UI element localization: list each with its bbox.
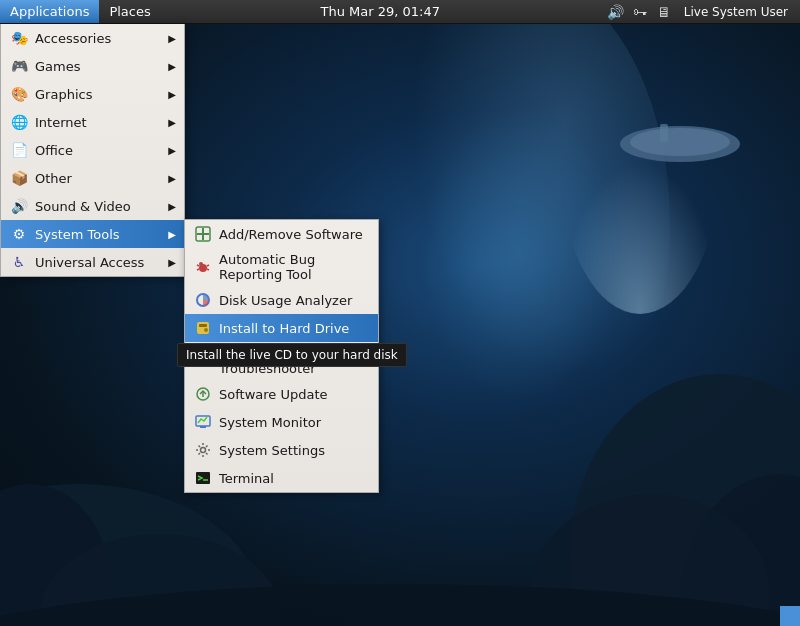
- svg-point-0: [0, 484, 260, 626]
- menu-item-graphics[interactable]: 🎨 Graphics ▶: [1, 80, 184, 108]
- submenu-system-monitor[interactable]: System Monitor: [185, 408, 378, 436]
- submenu-system-settings[interactable]: System Settings: [185, 436, 378, 464]
- svg-point-31: [201, 448, 206, 453]
- system-tools-label: System Tools: [35, 227, 164, 242]
- keyring-tray-icon[interactable]: 🗝: [632, 4, 648, 20]
- applications-label: Applications: [10, 4, 89, 19]
- svg-point-9: [630, 128, 730, 156]
- svg-line-17: [197, 265, 199, 266]
- menu-item-office[interactable]: 📄 Office ▶: [1, 136, 184, 164]
- taskbar: Applications Places Thu Mar 29, 01:47 🔊 …: [0, 0, 800, 24]
- office-label: Office: [35, 143, 164, 158]
- add-remove-icon: [193, 224, 213, 244]
- universal-access-icon: ♿: [9, 252, 29, 272]
- system-monitor-label: System Monitor: [219, 415, 370, 430]
- network-tray-icon[interactable]: 🖥: [656, 4, 672, 20]
- accessories-arrow: ▶: [168, 33, 176, 44]
- svg-line-19: [197, 269, 199, 270]
- sound-label: Sound & Video: [35, 199, 164, 214]
- tooltip-text: Install the live CD to your hard disk: [186, 348, 398, 362]
- taskbar-right: 🔊 🗝 🖥 Live System User: [600, 4, 800, 20]
- submenu-software-update[interactable]: Software Update: [185, 380, 378, 408]
- bg-glow: [420, 104, 620, 404]
- graphics-label: Graphics: [35, 87, 164, 102]
- taskbar-clock: Thu Mar 29, 01:47: [161, 4, 600, 19]
- svg-rect-10: [660, 124, 668, 142]
- accessories-label: Accessories: [35, 31, 164, 46]
- other-arrow: ▶: [168, 173, 176, 184]
- main-menu: 🎭 Accessories ▶ 🎮 Games ▶ 🎨 Graphics ▶ 🌐…: [0, 24, 185, 277]
- internet-arrow: ▶: [168, 117, 176, 128]
- universal-access-label: Universal Access: [35, 255, 164, 270]
- svg-line-20: [207, 269, 209, 270]
- other-icon: 📦: [9, 168, 29, 188]
- submenu-terminal[interactable]: Terminal: [185, 464, 378, 492]
- svg-rect-23: [199, 324, 207, 327]
- svg-point-6: [0, 584, 800, 626]
- corner-indicator: [780, 606, 800, 626]
- submenu-bug-reporting[interactable]: Automatic Bug Reporting Tool: [185, 248, 378, 286]
- menu-item-sound-video[interactable]: 🔊 Sound & Video ▶: [1, 192, 184, 220]
- system-monitor-icon: [193, 412, 213, 432]
- software-update-icon: [193, 384, 213, 404]
- install-tooltip: Install the live CD to your hard disk: [177, 343, 407, 367]
- system-settings-label: System Settings: [219, 443, 370, 458]
- svg-point-3: [570, 374, 800, 626]
- datetime-label: Thu Mar 29, 01:47: [321, 4, 440, 19]
- add-remove-label: Add/Remove Software: [219, 227, 370, 242]
- svg-point-2: [40, 534, 280, 626]
- menu-item-internet[interactable]: 🌐 Internet ▶: [1, 108, 184, 136]
- applications-dropdown: 🎭 Accessories ▶ 🎮 Games ▶ 🎨 Graphics ▶ 🌐…: [0, 24, 185, 277]
- menu-item-other[interactable]: 📦 Other ▶: [1, 164, 184, 192]
- system-tools-arrow: ▶: [168, 229, 176, 240]
- graphics-icon: 🎨: [9, 84, 29, 104]
- games-label: Games: [35, 59, 164, 74]
- office-icon: 📄: [9, 140, 29, 160]
- taskbar-left: Applications Places: [0, 0, 161, 23]
- volume-tray-icon[interactable]: 🔊: [608, 4, 624, 20]
- svg-point-4: [680, 474, 800, 626]
- internet-label: Internet: [35, 115, 164, 130]
- user-label: Live System User: [680, 5, 792, 19]
- svg-point-16: [199, 262, 203, 266]
- games-icon: 🎮: [9, 56, 29, 76]
- internet-icon: 🌐: [9, 112, 29, 132]
- system-tools-icon: ⚙: [9, 224, 29, 244]
- menu-item-system-tools[interactable]: ⚙ System Tools ▶ Add/Remove Software: [1, 220, 184, 248]
- disk-usage-icon: [193, 290, 213, 310]
- submenu-install-hd[interactable]: Install to Hard Drive Install the live C…: [185, 314, 378, 342]
- terminal-label: Terminal: [219, 471, 370, 486]
- other-label: Other: [35, 171, 164, 186]
- accessories-icon: 🎭: [9, 28, 29, 48]
- places-menu[interactable]: Places: [99, 0, 160, 23]
- svg-point-24: [204, 328, 208, 332]
- menu-item-accessories[interactable]: 🎭 Accessories ▶: [1, 24, 184, 52]
- graphics-arrow: ▶: [168, 89, 176, 100]
- svg-rect-13: [202, 228, 204, 240]
- disk-usage-label: Disk Usage Analyzer: [219, 293, 370, 308]
- menu-item-universal-access[interactable]: ♿ Universal Access ▶: [1, 248, 184, 276]
- system-tools-submenu: Add/Remove Software Automatic Bug Report…: [184, 219, 379, 493]
- svg-point-1: [0, 484, 110, 626]
- terminal-icon: [193, 468, 213, 488]
- submenu-disk-usage[interactable]: Disk Usage Analyzer: [185, 286, 378, 314]
- svg-point-5: [530, 494, 770, 626]
- svg-line-18: [207, 265, 209, 266]
- svg-point-8: [620, 126, 740, 162]
- bug-reporting-label: Automatic Bug Reporting Tool: [219, 252, 370, 282]
- software-update-label: Software Update: [219, 387, 370, 402]
- bug-icon: [193, 257, 213, 277]
- install-hd-icon: [193, 318, 213, 338]
- svg-rect-30: [200, 426, 206, 428]
- svg-rect-22: [197, 322, 209, 334]
- games-arrow: ▶: [168, 61, 176, 72]
- install-hd-label: Install to Hard Drive: [219, 321, 370, 336]
- submenu-add-remove[interactable]: Add/Remove Software: [185, 220, 378, 248]
- universal-access-arrow: ▶: [168, 257, 176, 268]
- system-settings-icon: [193, 440, 213, 460]
- places-label: Places: [109, 4, 150, 19]
- sound-arrow: ▶: [168, 201, 176, 212]
- applications-menu[interactable]: Applications: [0, 0, 99, 23]
- menu-item-games[interactable]: 🎮 Games ▶: [1, 52, 184, 80]
- office-arrow: ▶: [168, 145, 176, 156]
